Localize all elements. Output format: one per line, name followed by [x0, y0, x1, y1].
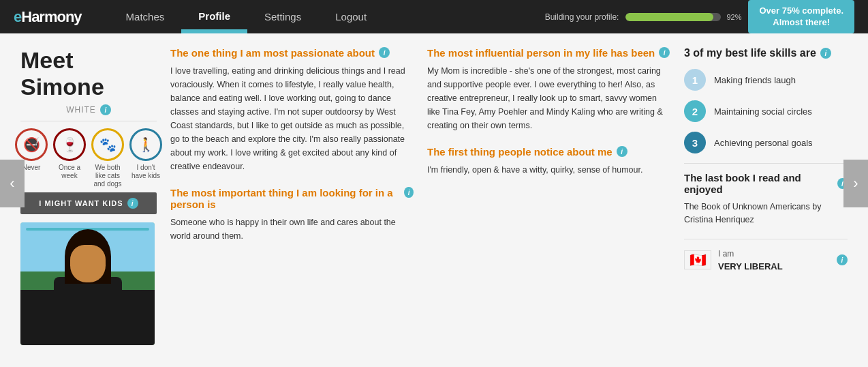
last-book-section: The last book I read and enjoyed i The B… [684, 172, 848, 226]
last-book-title: The last book I read and enjoyed i [684, 172, 848, 195]
life-skills-info-icon[interactable]: i [820, 48, 831, 59]
section-lookingfor-body: Someone who is happy in their own life a… [170, 216, 414, 243]
divider-1 [684, 163, 848, 164]
nav-links: Matches Profile Settings Logout [109, 0, 545, 33]
skill-label-2: Maintaining social circles [714, 106, 812, 117]
progress-bar [625, 13, 721, 21]
section-passionate-title: The one thing I am most passionate about… [170, 47, 414, 59]
political-row: 🇨🇦 I am VERY LIBERAL i [684, 239, 848, 274]
political-label: VERY LIBERAL [718, 261, 783, 271]
nav-matches[interactable]: Matches [109, 0, 182, 33]
section-lookingfor: The most important thing I am looking fo… [170, 187, 414, 243]
profile-name: Meet Simone [20, 47, 157, 100]
section-influential-title: The most influential person in my life h… [427, 47, 670, 59]
kids-info-icon[interactable]: i [127, 198, 138, 209]
passionate-info-icon[interactable]: i [379, 47, 390, 58]
ethnicity-info-icon[interactable]: i [100, 104, 111, 115]
icon-kids: 🚶 I don't have kids [129, 128, 162, 188]
skill-row-3: 3 Achieving personal goals [684, 132, 848, 153]
kids-label: I don't have kids [129, 164, 162, 180]
section-notice: The first thing people notice about me i… [427, 146, 670, 177]
lookingfor-info-icon[interactable]: i [404, 187, 414, 198]
drinking-label: Once a week [53, 164, 86, 180]
ethnicity-label: WHITE [66, 105, 96, 115]
skill-row-1: 1 Making friends laugh [684, 69, 848, 91]
drinking-icon: 🍷 [53, 128, 86, 161]
skill-label-3: Achieving personal goals [714, 138, 813, 148]
section-notice-body: I'm friendly, open & have a witty, quirk… [427, 163, 670, 177]
ethnicity-row: WHITE i [20, 104, 157, 121]
content-col-1: The one thing I am most passionate about… [170, 47, 414, 345]
pets-icon: 🐾 [91, 128, 124, 161]
nav-profile[interactable]: Profile [181, 0, 247, 33]
main-content: Meet Simone WHITE i 🚭 Never 🍷 Once a wee… [0, 33, 868, 359]
icon-pets: 🐾 We both like cats and dogs [91, 128, 124, 188]
political-info-icon[interactable]: i [837, 254, 848, 265]
political-text: I am VERY LIBERAL [718, 248, 783, 274]
smoking-label: Never [22, 164, 41, 172]
pets-label: We both like cats and dogs [91, 164, 124, 188]
skill-num-2: 2 [684, 100, 706, 122]
left-column: Meet Simone WHITE i 🚭 Never 🍷 Once a wee… [20, 47, 157, 345]
progress-fill [625, 13, 713, 21]
smoking-icon: 🚭 [15, 128, 48, 161]
section-notice-title: The first thing people notice about me i [427, 146, 670, 158]
nav-settings[interactable]: Settings [247, 0, 318, 33]
nav-logout[interactable]: Logout [318, 0, 384, 33]
section-influential-body: My Mom is incredible - she's one of the … [427, 64, 670, 132]
skill-label-1: Making friends laugh [714, 75, 796, 85]
book-text: The Book of Unknown Americans by Cristin… [684, 201, 848, 226]
icon-drinking: 🍷 Once a week [53, 128, 86, 188]
logo: eHarmony [14, 8, 82, 26]
arrow-left-button[interactable]: ‹ [0, 160, 25, 207]
section-influential: The most influential person in my life h… [427, 47, 670, 132]
navbar: eHarmony Matches Profile Settings Logout… [0, 0, 868, 33]
profile-progress-bar: Building your profile: 92% Over 75% comp… [545, 0, 854, 33]
skill-num-3: 3 [684, 132, 706, 153]
kids-icon: 🚶 [129, 128, 162, 161]
skill-num-1: 1 [684, 69, 706, 91]
content-col-2: The most influential person in my life h… [427, 47, 670, 345]
life-skills-title: 3 of my best life skills are i [684, 47, 848, 59]
influential-info-icon[interactable]: i [659, 47, 670, 58]
section-passionate: The one thing I am most passionate about… [170, 47, 414, 173]
right-column: 3 of my best life skills are i 1 Making … [684, 47, 848, 345]
skill-row-2: 2 Maintaining social circles [684, 100, 848, 122]
photo-background [20, 222, 155, 345]
cta-button[interactable]: Over 75% complete. Almost there! [748, 0, 854, 33]
progress-pct: 92% [726, 13, 741, 21]
arrow-right-button[interactable]: › [843, 160, 868, 207]
progress-label: Building your profile: [545, 12, 619, 22]
section-passionate-body: I love travelling, eating and drinking d… [170, 64, 414, 173]
lifestyle-icons: 🚭 Never 🍷 Once a week 🐾 We both like cat… [20, 128, 157, 188]
kids-banner: I MIGHT WANT KIDS i [20, 192, 157, 214]
notice-info-icon[interactable]: i [617, 146, 627, 157]
flag-icon: 🇨🇦 [684, 250, 711, 269]
profile-photo[interactable] [20, 222, 155, 345]
content-area: The one thing I am most passionate about… [170, 47, 848, 345]
section-lookingfor-title: The most important thing I am looking fo… [170, 187, 414, 210]
